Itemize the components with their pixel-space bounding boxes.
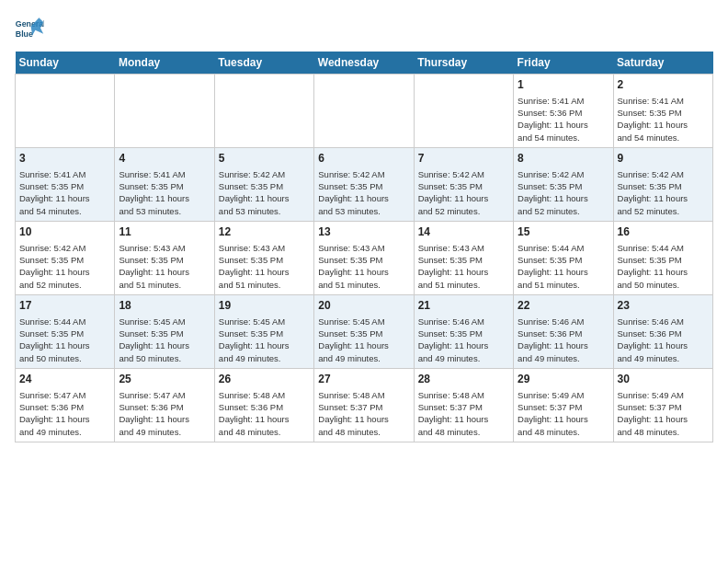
calendar-cell: 22Sunrise: 5:46 AMSunset: 5:36 PMDayligh… xyxy=(514,295,613,369)
day-number: 24 xyxy=(19,372,110,387)
day-info: Sunset: 5:36 PM xyxy=(19,401,110,413)
day-info: Sunset: 5:35 PM xyxy=(418,180,509,192)
day-info: Sunset: 5:35 PM xyxy=(518,180,609,192)
calendar-cell: 13Sunrise: 5:43 AMSunset: 5:35 PMDayligh… xyxy=(314,222,414,295)
day-info: Sunset: 5:35 PM xyxy=(318,180,409,192)
header-monday: Monday xyxy=(115,52,214,75)
day-info: and 50 minutes. xyxy=(618,279,709,291)
calendar-cell: 10Sunrise: 5:42 AMSunset: 5:35 PMDayligh… xyxy=(16,222,115,295)
day-info: Sunset: 5:35 PM xyxy=(518,254,609,266)
day-info: Daylight: 11 hours xyxy=(618,192,709,204)
day-info: Sunrise: 5:46 AM xyxy=(518,316,609,327)
day-info: Daylight: 11 hours xyxy=(19,339,110,351)
day-number: 28 xyxy=(418,372,509,387)
calendar-cell: 26Sunrise: 5:48 AMSunset: 5:36 PMDayligh… xyxy=(214,369,313,442)
day-info: Sunset: 5:35 PM xyxy=(119,327,210,339)
day-info: and 51 minutes. xyxy=(119,279,210,291)
day-info: Sunrise: 5:42 AM xyxy=(19,242,110,254)
day-info: and 49 minutes. xyxy=(219,352,310,364)
day-info: and 51 minutes. xyxy=(518,279,609,291)
calendar-cell: 11Sunrise: 5:43 AMSunset: 5:35 PMDayligh… xyxy=(115,222,214,295)
header-friday: Friday xyxy=(514,52,613,75)
day-number: 19 xyxy=(219,298,310,314)
day-info: Sunrise: 5:44 AM xyxy=(618,242,709,254)
calendar-cell: 9Sunrise: 5:42 AMSunset: 5:35 PMDaylight… xyxy=(613,148,712,222)
day-info: and 54 minutes. xyxy=(19,205,110,217)
day-info: Sunset: 5:35 PM xyxy=(418,327,509,339)
calendar-cell: 8Sunrise: 5:42 AMSunset: 5:35 PMDaylight… xyxy=(514,148,613,222)
day-info: Daylight: 11 hours xyxy=(418,266,509,278)
day-number: 17 xyxy=(19,298,110,314)
day-info: and 53 minutes. xyxy=(119,205,210,217)
calendar-cell: 6Sunrise: 5:42 AMSunset: 5:35 PMDaylight… xyxy=(314,148,414,222)
day-info: Daylight: 11 hours xyxy=(518,339,609,351)
day-info: Sunrise: 5:42 AM xyxy=(418,168,509,180)
calendar-cell xyxy=(16,75,115,148)
day-info: Sunrise: 5:46 AM xyxy=(618,316,709,327)
calendar-cell: 3Sunrise: 5:41 AMSunset: 5:35 PMDaylight… xyxy=(16,148,115,222)
day-info: Sunrise: 5:48 AM xyxy=(418,389,509,401)
day-info: Sunset: 5:36 PM xyxy=(518,327,609,339)
day-info: and 50 minutes. xyxy=(19,352,110,364)
day-info: Sunset: 5:35 PM xyxy=(219,327,310,339)
day-info: Sunset: 5:35 PM xyxy=(418,254,509,266)
calendar-cell xyxy=(115,75,214,148)
header-saturday: Saturday xyxy=(613,52,712,75)
day-info: Daylight: 11 hours xyxy=(518,119,609,131)
day-info: Daylight: 11 hours xyxy=(19,266,110,278)
day-number: 25 xyxy=(119,372,210,387)
day-info: and 48 minutes. xyxy=(219,426,310,438)
day-number: 27 xyxy=(318,372,409,387)
day-info: Daylight: 11 hours xyxy=(618,339,709,351)
calendar-cell: 21Sunrise: 5:46 AMSunset: 5:35 PMDayligh… xyxy=(414,295,513,369)
day-number: 8 xyxy=(518,151,609,167)
day-number: 10 xyxy=(19,224,110,240)
day-info: Sunrise: 5:41 AM xyxy=(19,168,110,180)
day-info: Daylight: 11 hours xyxy=(318,192,409,204)
calendar-cell: 29Sunrise: 5:49 AMSunset: 5:37 PMDayligh… xyxy=(514,369,613,442)
day-info: and 52 minutes. xyxy=(19,279,110,291)
day-info: Daylight: 11 hours xyxy=(518,413,609,425)
day-number: 5 xyxy=(219,151,310,167)
logo: General Blue xyxy=(15,15,48,44)
day-info: and 49 minutes. xyxy=(119,426,210,438)
calendar-week-5: 24Sunrise: 5:47 AMSunset: 5:36 PMDayligh… xyxy=(16,369,713,442)
day-info: Sunrise: 5:42 AM xyxy=(219,168,310,180)
day-info: Sunset: 5:35 PM xyxy=(119,254,210,266)
header: General Blue xyxy=(15,15,713,44)
calendar-cell: 7Sunrise: 5:42 AMSunset: 5:35 PMDaylight… xyxy=(414,148,513,222)
day-number: 20 xyxy=(318,298,409,314)
day-info: and 49 minutes. xyxy=(518,352,609,364)
day-info: and 52 minutes. xyxy=(418,205,509,217)
calendar-cell: 25Sunrise: 5:47 AMSunset: 5:36 PMDayligh… xyxy=(115,369,214,442)
day-info: Daylight: 11 hours xyxy=(418,192,509,204)
day-info: Daylight: 11 hours xyxy=(119,266,210,278)
day-info: and 48 minutes. xyxy=(418,426,509,438)
day-info: Sunset: 5:35 PM xyxy=(618,107,709,119)
calendar-cell: 4Sunrise: 5:41 AMSunset: 5:35 PMDaylight… xyxy=(115,148,214,222)
day-info: and 50 minutes. xyxy=(119,352,210,364)
day-number: 7 xyxy=(418,151,509,167)
day-info: Sunset: 5:35 PM xyxy=(618,254,709,266)
day-info: Daylight: 11 hours xyxy=(219,339,310,351)
header-wednesday: Wednesday xyxy=(314,52,414,75)
day-info: Sunset: 5:36 PM xyxy=(219,401,310,413)
day-number: 2 xyxy=(618,77,709,93)
day-info: Sunset: 5:36 PM xyxy=(518,107,609,119)
day-info: Sunrise: 5:44 AM xyxy=(518,242,609,254)
day-info: Daylight: 11 hours xyxy=(618,413,709,425)
day-info: Sunrise: 5:42 AM xyxy=(618,168,709,180)
day-info: Sunset: 5:35 PM xyxy=(19,254,110,266)
day-number: 30 xyxy=(618,372,709,387)
day-info: Daylight: 11 hours xyxy=(618,119,709,131)
day-info: and 54 minutes. xyxy=(518,132,609,144)
day-number: 26 xyxy=(219,372,310,387)
day-number: 4 xyxy=(119,151,210,167)
day-info: Sunset: 5:35 PM xyxy=(219,180,310,192)
calendar-cell: 24Sunrise: 5:47 AMSunset: 5:36 PMDayligh… xyxy=(16,369,115,442)
day-info: and 49 minutes. xyxy=(618,352,709,364)
day-info: Sunrise: 5:48 AM xyxy=(219,389,310,401)
day-number: 14 xyxy=(418,224,509,240)
day-info: Sunset: 5:35 PM xyxy=(318,254,409,266)
day-info: Daylight: 11 hours xyxy=(19,413,110,425)
